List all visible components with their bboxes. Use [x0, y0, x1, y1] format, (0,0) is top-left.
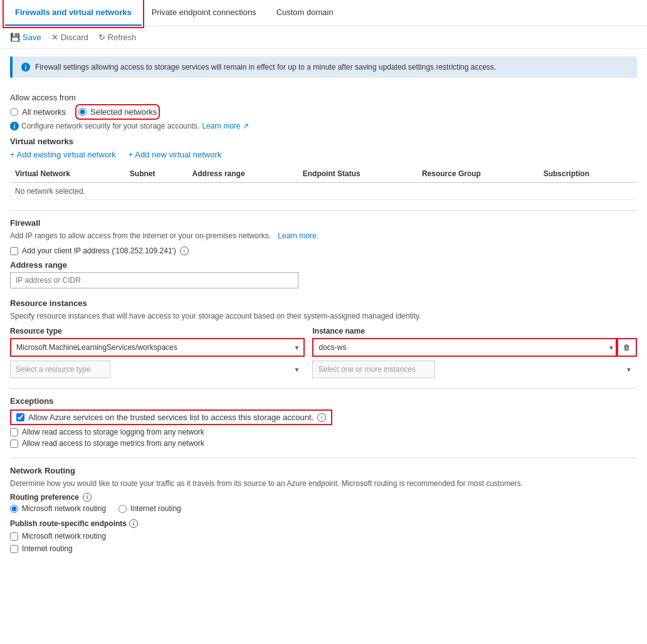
instance-placeholder-container: Select one or more instances ▼ [312, 361, 637, 378]
microsoft-routing-option[interactable]: Microsoft network routing [10, 504, 106, 513]
publish-label: Publish route-specific endpoints i [10, 519, 637, 528]
exception-item-0: Allow Azure services on the trusted serv… [10, 409, 637, 425]
vnet-table: Virtual Network Subnet Address range End… [10, 166, 637, 200]
add-new-vnet-button[interactable]: + Add new virtual network [129, 150, 222, 159]
virtual-networks-section: Virtual networks + Add existing virtual … [10, 137, 637, 200]
address-range-label: Address range [10, 260, 637, 270]
routing-options: Microsoft network routing Internet routi… [10, 504, 637, 513]
exception-2-checkbox[interactable] [10, 440, 18, 448]
publish-section: Publish route-specific endpoints i Micro… [10, 519, 637, 553]
gap [305, 338, 312, 357]
selected-networks-radio[interactable] [78, 108, 87, 116]
microsoft-routing-radio[interactable] [10, 505, 18, 513]
table-row: No network selected. [10, 182, 637, 200]
resource-type-dropdown-container: Microsoft.MachineLearningServices/worksp… [10, 338, 305, 357]
exception-0-checkbox[interactable] [16, 413, 24, 421]
internet-routing-radio[interactable] [118, 505, 127, 513]
save-button[interactable]: 💾 Save [10, 33, 41, 42]
exception-checked-box: Allow Azure services on the trusted serv… [10, 409, 332, 425]
exception-item-1: Allow read access to storage logging fro… [10, 428, 637, 436]
client-ip-checkbox-row: Add your client IP address ('108.252.109… [10, 246, 637, 255]
firewall-title: Firewall [10, 218, 637, 228]
resource-type-dropdown[interactable]: Microsoft.MachineLearningServices/worksp… [10, 338, 305, 357]
resource-type-placeholder-dropdown[interactable]: Select a resource type [10, 361, 110, 378]
col-resource-group: Resource Group [417, 166, 539, 182]
instance-name-dropdown[interactable]: docs-ws [312, 338, 617, 357]
learn-more-link-firewall[interactable]: Learn more. [278, 231, 318, 240]
virtual-networks-title: Virtual networks [10, 137, 637, 146]
tab-firewalls[interactable]: Firewalls and virtual networks [5, 0, 142, 26]
exceptions-title: Exceptions [10, 396, 637, 406]
instance-placeholder-arrow: ▼ [626, 366, 632, 373]
toolbar: 💾 Save ✕ Discard ↻ Refresh [0, 26, 647, 49]
publish-microsoft-row: Microsoft network routing [10, 532, 637, 541]
client-ip-checkbox[interactable] [10, 247, 18, 255]
internet-routing-option[interactable]: Internet routing [118, 504, 181, 513]
add-existing-vnet-button[interactable]: + Add existing virtual network [10, 150, 116, 159]
save-icon: 💾 [10, 33, 20, 42]
access-helper: i Configure network security for your st… [10, 122, 637, 130]
placeholder-dropdown-arrow: ▼ [294, 366, 300, 373]
resource-placeholder-row: Select a resource type ▼ Select one or m… [10, 361, 637, 378]
refresh-button[interactable]: ↻ Refresh [98, 33, 137, 42]
tab-custom-domain[interactable]: Custom domain [266, 0, 344, 26]
delete-instance-button[interactable]: 🗑 [617, 338, 637, 357]
divider-3 [10, 458, 637, 458]
instance-name-container: docs-ws ▼ 🗑 [312, 338, 637, 357]
allow-access-label: Allow access from [10, 93, 637, 102]
discard-button[interactable]: ✕ Discard [51, 33, 88, 42]
network-routing-description: Determine how you would like to route yo… [10, 479, 637, 488]
info-icon: i [21, 63, 30, 71]
routing-preference-info-icon[interactable]: i [83, 493, 92, 502]
all-networks-option[interactable]: All networks [10, 107, 66, 117]
resource-instances-section: Resource instances Specify resource inst… [10, 298, 637, 378]
refresh-icon: ↻ [98, 33, 105, 42]
discard-icon: ✕ [51, 33, 58, 42]
network-routing-title: Network Routing [10, 466, 637, 475]
firewall-description: Add IP ranges to allow access from the i… [10, 231, 637, 240]
routing-preference-label: Routing preference i [10, 493, 637, 502]
info-banner: i Firewall settings allowing access to s… [10, 56, 637, 78]
resource-type-placeholder-container: Select a resource type ▼ [10, 361, 305, 378]
publish-info-icon[interactable]: i [129, 519, 138, 528]
resource-instance-row: Microsoft.MachineLearningServices/worksp… [10, 338, 637, 357]
publish-internet-checkbox[interactable] [10, 545, 18, 553]
col-address-range: Address range [187, 166, 298, 182]
col-endpoint-status: Endpoint Status [298, 166, 417, 182]
selected-networks-option[interactable]: Selected networks [78, 107, 157, 117]
instance-name-label: Instance name [312, 327, 637, 335]
address-range-input[interactable] [10, 272, 298, 288]
network-routing-section: Network Routing Determine how you would … [10, 466, 637, 553]
divider-1 [10, 210, 637, 211]
vnet-actions: + Add existing virtual network + Add new… [10, 150, 637, 159]
resource-instances-description: Specify resource instances that will hav… [10, 312, 637, 320]
firewall-section: Firewall Add IP ranges to allow access f… [10, 218, 637, 288]
col-virtual-network: Virtual Network [10, 166, 125, 182]
publish-microsoft-checkbox[interactable] [10, 532, 18, 541]
exception-item-2: Allow read access to storage metrics fro… [10, 439, 637, 448]
exception-1-checkbox[interactable] [10, 428, 18, 436]
col-subnet: Subnet [125, 166, 187, 182]
learn-more-link-access[interactable]: Learn more ↗ [202, 122, 249, 130]
exceptions-section: Exceptions Allow Azure services on the t… [10, 396, 637, 448]
client-ip-info-icon[interactable]: i [180, 246, 189, 255]
allow-access-section: Allow access from All networks Selected … [10, 93, 637, 130]
divider-2 [10, 388, 637, 389]
access-radio-group: All networks Selected networks [10, 107, 637, 117]
instance-placeholder-dropdown[interactable]: Select one or more instances [312, 361, 435, 378]
tab-bar: Firewalls and virtual networks Private e… [0, 0, 647, 26]
publish-internet-row: Internet routing [10, 544, 637, 553]
exception-0-info-icon[interactable]: i [317, 413, 326, 422]
resource-type-label: Resource type [10, 327, 305, 335]
col-subscription: Subscription [539, 166, 637, 182]
resource-instances-title: Resource instances [10, 298, 637, 308]
all-networks-radio[interactable] [10, 108, 18, 116]
helper-info-icon: i [10, 122, 19, 130]
tab-private-endpoints[interactable]: Private endpoint connections [142, 0, 266, 26]
